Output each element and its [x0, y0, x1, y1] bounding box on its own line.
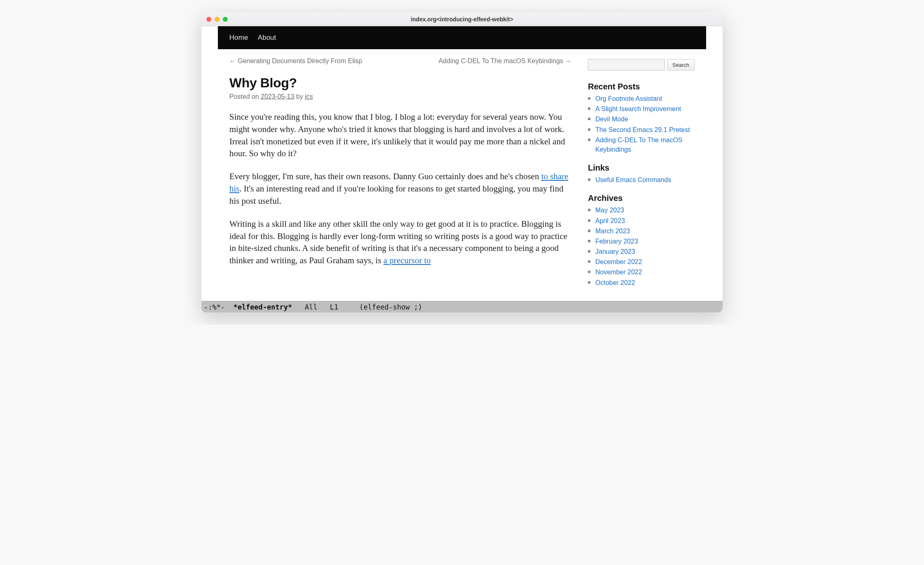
archive-link[interactable]: January 2023: [595, 248, 635, 255]
recent-post-link[interactable]: Devil Mode: [595, 116, 628, 123]
paragraph-1: Since you're reading this, you know that…: [229, 111, 572, 160]
main-column: ← Generating Documents Directly From Eli…: [229, 57, 572, 296]
list-item: December 2022: [588, 257, 695, 267]
archive-link[interactable]: December 2022: [595, 258, 642, 265]
list-item: November 2022: [588, 267, 695, 277]
primary-nav: Home About: [218, 26, 706, 49]
archive-link[interactable]: October 2022: [595, 279, 635, 286]
p2-text-b: . It's an interesting read and if you're…: [229, 184, 563, 206]
archive-link[interactable]: May 2023: [595, 207, 624, 214]
list-item: May 2023: [588, 205, 695, 215]
recent-posts-widget: Recent Posts Org Footnote Assistant A Sl…: [588, 82, 695, 154]
archive-link[interactable]: February 2023: [595, 238, 638, 245]
archives-title: Archives: [588, 194, 695, 203]
close-icon[interactable]: [206, 17, 211, 22]
search-input[interactable]: [588, 59, 665, 71]
list-item: October 2022: [588, 278, 695, 287]
recent-post-link[interactable]: Org Footnote Assistant: [595, 95, 662, 102]
search-button[interactable]: Search: [667, 59, 695, 71]
prev-post-link[interactable]: ← Generating Documents Directly From Eli…: [229, 57, 362, 65]
window-title: index.org<introducing-elfeed-webkit>: [201, 16, 723, 23]
modeline-buffer-name: *elfeed-entry*: [233, 303, 292, 311]
list-item: Org Footnote Assistant: [588, 94, 695, 103]
archives-widget: Archives May 2023 April 2023 March 2023 …: [588, 194, 695, 287]
search-row: Search: [588, 59, 695, 71]
post-date[interactable]: 2023-05-13: [261, 93, 295, 100]
archive-link[interactable]: April 2023: [595, 217, 625, 224]
list-item: A Slight Isearch Improvement: [588, 104, 695, 114]
links-title: Links: [588, 163, 695, 173]
list-item: Useful Emacs Commands: [588, 175, 695, 185]
next-post-link[interactable]: Adding C-DEL To The macOS Keybindings →: [439, 57, 572, 65]
list-item: April 2023: [588, 216, 695, 226]
link-item[interactable]: Useful Emacs Commands: [595, 176, 671, 183]
list-item: January 2023: [588, 247, 695, 256]
traffic-lights: [206, 17, 228, 22]
app-window: index.org<introducing-elfeed-webkit> Hom…: [201, 12, 723, 312]
list-item: The Second Emacs 29.1 Pretest: [588, 125, 695, 134]
titlebar: index.org<introducing-elfeed-webkit>: [201, 12, 723, 26]
archive-link[interactable]: November 2022: [595, 269, 642, 276]
list-item: Devil Mode: [588, 114, 695, 124]
posted-on-label: Posted on: [229, 93, 261, 100]
recent-post-link[interactable]: A Slight Isearch Improvement: [595, 105, 681, 112]
nav-home[interactable]: Home: [229, 34, 248, 42]
post-title: Why Blog?: [229, 75, 572, 91]
emacs-modeline: -:%*- *elfeed-entry* All L1 (elfeed-show…: [201, 301, 723, 312]
list-item: March 2023: [588, 226, 695, 236]
list-item: Adding C-DEL To The macOS Keybindings: [588, 135, 695, 154]
precursor-link[interactable]: a precursor to: [384, 255, 431, 265]
links-widget: Links Useful Emacs Commands: [588, 163, 695, 185]
page: Home About ← Generating Documents Direct…: [218, 26, 706, 296]
recent-post-link[interactable]: Adding C-DEL To The macOS Keybindings: [595, 137, 682, 153]
links-list: Useful Emacs Commands: [588, 175, 695, 185]
viewport: Home About ← Generating Documents Direct…: [201, 26, 723, 301]
post-body: Since you're reading this, you know that…: [229, 111, 572, 267]
recent-posts-title: Recent Posts: [588, 82, 695, 91]
maximize-icon[interactable]: [223, 17, 228, 22]
recent-post-link[interactable]: The Second Emacs 29.1 Pretest: [595, 126, 690, 133]
minimize-icon[interactable]: [215, 17, 220, 22]
archives-list: May 2023 April 2023 March 2023 February …: [588, 205, 695, 287]
p2-text-a: Every blogger, I'm sure, has their own r…: [229, 171, 541, 181]
paragraph-3: Writing is a skill and like any other sk…: [229, 218, 572, 267]
post-author[interactable]: jcs: [305, 93, 313, 100]
modeline-status: All L1 (elfeed-show ;): [292, 303, 422, 311]
nav-about[interactable]: About: [258, 34, 276, 42]
by-label: by: [294, 93, 305, 100]
paragraph-2: Every blogger, I'm sure, has their own r…: [229, 171, 572, 207]
sidebar: Search Recent Posts Org Footnote Assista…: [588, 57, 695, 296]
page-body: ← Generating Documents Directly From Eli…: [218, 49, 706, 296]
post-nav: ← Generating Documents Directly From Eli…: [229, 57, 572, 65]
archive-link[interactable]: March 2023: [595, 228, 630, 235]
list-item: February 2023: [588, 237, 695, 246]
post-meta: Posted on 2023-05-13 by jcs: [229, 93, 572, 100]
recent-posts-list: Org Footnote Assistant A Slight Isearch …: [588, 94, 695, 154]
modeline-prefix: -:%*-: [204, 303, 233, 311]
